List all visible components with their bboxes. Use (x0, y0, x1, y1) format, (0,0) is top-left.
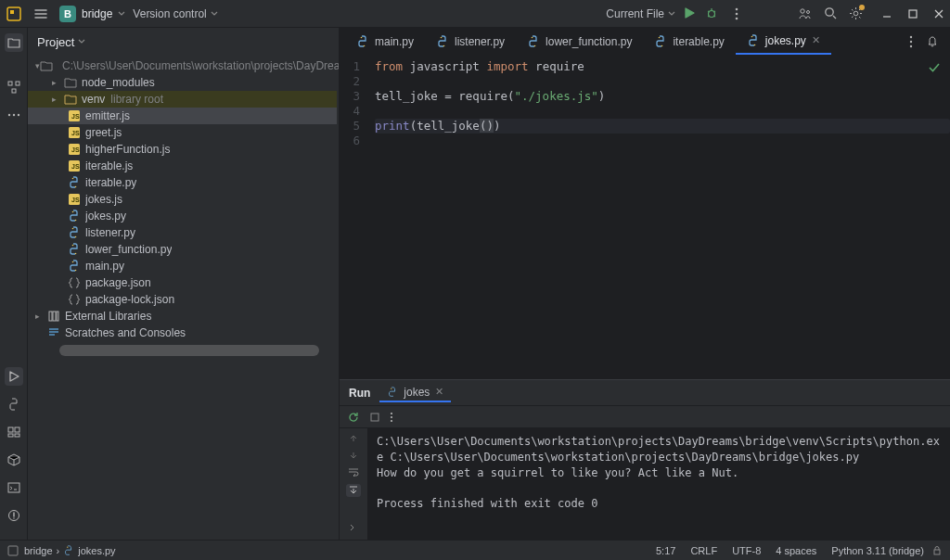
svg-rect-19 (8, 434, 13, 437)
rerun-icon[interactable] (347, 411, 360, 424)
file-encoding[interactable]: UTF-8 (725, 545, 768, 556)
svg-point-51 (534, 45, 536, 46)
chevron-right-icon[interactable]: ▸ (52, 95, 63, 104)
line-separator[interactable]: CRLF (683, 545, 725, 556)
svg-point-65 (67, 546, 68, 547)
version-control-menu[interactable]: Version control (133, 7, 217, 20)
svg-point-5 (736, 17, 738, 19)
tree-file[interactable]: iterable.py (28, 174, 337, 191)
breadcrumb[interactable]: bridge › jokes.py (24, 545, 116, 556)
editor-tab[interactable]: listener.py (425, 28, 516, 55)
down-stack-icon[interactable] (349, 451, 358, 460)
lock-icon[interactable] (931, 545, 943, 556)
tree-file[interactable]: JSiterable.js (28, 158, 337, 174)
run-console[interactable]: C:\Users\User\Documents\workstation\proj… (367, 428, 950, 517)
hamburger-menu-icon[interactable] (30, 3, 52, 25)
svg-point-9 (854, 11, 858, 16)
tree-scratches[interactable]: Scratches and Consoles (28, 325, 337, 341)
svg-point-4 (736, 12, 738, 15)
scroll-to-end-icon[interactable] (346, 484, 361, 497)
project-selector[interactable]: B bridge (59, 6, 125, 22)
python-file-icon (387, 387, 398, 398)
run-icon[interactable] (683, 6, 698, 21)
python-packages-tool-icon[interactable] (5, 451, 23, 469)
expand-run-icon[interactable] (347, 524, 356, 533)
collaborate-icon[interactable] (798, 6, 813, 21)
maximize-icon[interactable] (907, 8, 918, 19)
tree-file[interactable]: JSemitter.js (28, 108, 337, 124)
tree-file[interactable]: package.json (28, 274, 337, 291)
debug-icon[interactable] (705, 6, 720, 21)
py-file-icon (67, 175, 82, 190)
minimize-icon[interactable] (881, 8, 892, 19)
tree-file[interactable]: JShigherFunction.js (28, 141, 337, 158)
svg-rect-10 (909, 10, 917, 18)
tree-venv[interactable]: ▸ venv library root (28, 91, 337, 108)
scratches-icon (46, 325, 61, 340)
tree-file[interactable]: listener.py (28, 224, 337, 241)
soft-wrap-icon[interactable] (348, 467, 359, 477)
more-icon[interactable] (735, 7, 738, 20)
project-panel-header[interactable]: Project (28, 28, 339, 56)
more-run-icon[interactable] (390, 412, 393, 423)
tree-file[interactable]: jokes.py (28, 208, 337, 224)
svg-rect-44 (53, 312, 56, 321)
search-icon[interactable] (824, 6, 838, 20)
close-tab-icon[interactable]: ✕ (812, 34, 820, 46)
run-tab[interactable]: jokes ✕ (379, 384, 451, 402)
close-icon[interactable] (933, 8, 944, 19)
svg-point-15 (12, 114, 14, 116)
titlebar: B bridge Version control Current File (0, 0, 950, 28)
horizontal-scrollbar[interactable] (59, 345, 319, 356)
svg-rect-12 (16, 82, 19, 85)
code-editor[interactable]: 123456 from javascript import require te… (340, 56, 950, 379)
chevron-right-icon[interactable]: ▸ (35, 312, 46, 321)
problems-tool-icon[interactable] (5, 506, 23, 525)
close-tab-icon[interactable]: ✕ (435, 386, 443, 398)
js-file-icon: JS (67, 142, 82, 157)
tree-file[interactable]: lower_function.py (28, 241, 337, 258)
svg-point-50 (532, 36, 533, 38)
run-tool-icon[interactable] (5, 367, 23, 386)
svg-rect-11 (8, 82, 12, 85)
tree-file[interactable]: package-lock.json (28, 291, 337, 308)
stop-icon[interactable] (369, 412, 380, 423)
editor-tab[interactable]: main.py (345, 28, 425, 55)
terminal-tool-icon[interactable] (5, 478, 23, 497)
tree-root-path: C:\Users\User\Documents\workstation\proj… (62, 59, 339, 72)
editor-tabs: main.pylistener.pylower_function.pyitera… (340, 28, 950, 56)
up-stack-icon[interactable] (349, 434, 358, 443)
js-file-icon: JS (67, 192, 82, 207)
folder-icon (40, 58, 53, 73)
tree-file[interactable]: JSjokes.js (28, 191, 337, 208)
cursor-position[interactable]: 5:17 (648, 545, 683, 556)
more-tool-icon[interactable] (5, 106, 23, 124)
project-tool-icon[interactable] (5, 33, 23, 52)
project-tree[interactable]: ▾ bridge C:\Users\User\Documents\worksta… (28, 56, 339, 540)
svg-text:JS: JS (71, 130, 80, 136)
editor-tab[interactable]: jokes.py✕ (736, 28, 831, 55)
tab-more-icon[interactable] (909, 35, 913, 48)
tree-root[interactable]: ▾ bridge C:\Users\User\Documents\worksta… (28, 57, 337, 74)
tree-file[interactable]: JSgreet.js (28, 124, 337, 141)
editor-tab[interactable]: lower_function.py (516, 28, 643, 55)
python-interpreter[interactable]: Python 3.11 (bridge) (824, 545, 931, 556)
python-console-tool-icon[interactable] (5, 395, 23, 414)
tree-file[interactable]: main.py (28, 258, 337, 274)
js-file-icon: JS (67, 159, 82, 173)
inspection-ok-icon[interactable] (928, 61, 941, 74)
tree-node-modules[interactable]: ▸ node_modules (28, 74, 337, 91)
services-tool-icon[interactable] (5, 423, 23, 441)
json-file-icon (67, 275, 82, 290)
py-file-icon (67, 259, 82, 274)
notifications-icon[interactable] (926, 35, 939, 48)
run-config-selector[interactable]: Current File (606, 7, 675, 20)
structure-tool-icon[interactable] (5, 78, 23, 96)
chevron-right-icon[interactable]: ▸ (52, 78, 63, 87)
settings-icon[interactable] (849, 6, 863, 20)
indent-settings[interactable]: 4 spaces (768, 545, 824, 556)
py-file-icon (67, 225, 82, 240)
tree-external-libs[interactable]: ▸ External Libraries (28, 308, 337, 325)
editor-tab[interactable]: iterable.py (643, 28, 735, 55)
nav-back-icon[interactable] (7, 545, 19, 556)
